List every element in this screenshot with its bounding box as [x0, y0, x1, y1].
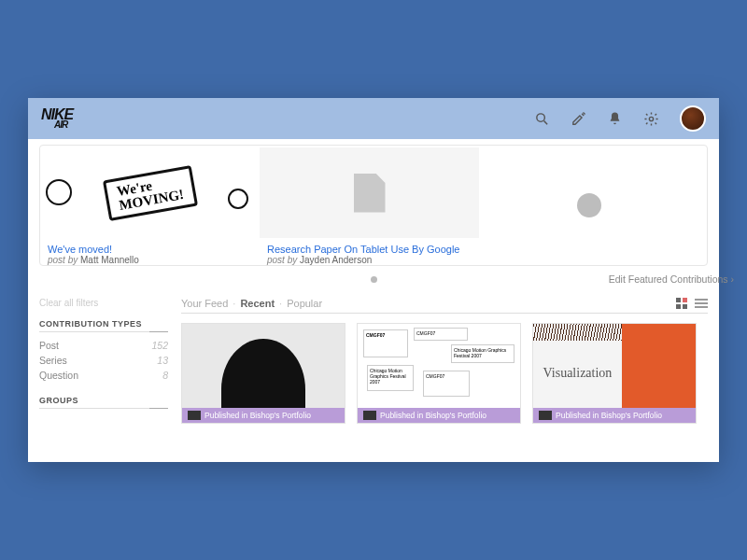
- card-footer-text: Published in Bishop's Portfolio: [380, 411, 486, 420]
- filter-series[interactable]: Series13: [39, 353, 168, 368]
- list-view-icon[interactable]: [695, 299, 708, 308]
- featured-title: Research Paper On Tablet Use By Google: [267, 244, 472, 255]
- sidebar-heading: GROUPS: [39, 396, 168, 409]
- svg-line-2: [582, 113, 584, 115]
- gear-icon[interactable]: [643, 111, 659, 127]
- card-footer-text: Published in Bishop's Portfolio: [204, 411, 311, 420]
- featured-item[interactable]: [479, 146, 698, 265]
- document-icon: [354, 174, 386, 213]
- featured-byline: post by Matt Mannello: [48, 255, 252, 265]
- tab-popular[interactable]: Popular: [287, 298, 322, 309]
- search-icon[interactable]: [534, 111, 550, 127]
- card-footer-text: Published in Bishop's Portfolio: [556, 411, 662, 420]
- bell-icon[interactable]: [607, 111, 623, 127]
- svg-line-3: [583, 112, 585, 114]
- sidebar-heading: CONTRIBUTION TYPES: [39, 319, 168, 332]
- placeholder-icon: [577, 193, 601, 217]
- feed-card[interactable]: Published in Bishop's Portfolio: [181, 323, 345, 424]
- filter-post[interactable]: Post152: [39, 338, 168, 353]
- featured-title: We've moved!: [48, 244, 252, 255]
- edit-featured-link[interactable]: Edit Featured Contributions ›: [609, 273, 719, 285]
- avatar[interactable]: [680, 105, 706, 132]
- svg-line-1: [544, 120, 548, 124]
- tab-recent[interactable]: Recent: [240, 298, 275, 309]
- logo: NIKE AIR: [41, 108, 73, 129]
- tab-your-feed[interactable]: Your Feed: [181, 298, 228, 309]
- featured-carousel: We're MOVING! We've moved! post by Matt …: [39, 145, 708, 266]
- grid-view-icon[interactable]: [676, 298, 687, 309]
- feed-card[interactable]: CMGF07 CMGF07 Chicago Motion Graphics Fe…: [357, 323, 521, 424]
- compose-icon[interactable]: [571, 111, 586, 127]
- carousel-pagination: [39, 266, 708, 288]
- svg-point-0: [537, 113, 545, 120]
- feed-card[interactable]: Visualization Published in Bishop's Port…: [532, 323, 697, 424]
- featured-item[interactable]: We're MOVING! We've moved! post by Matt …: [40, 146, 260, 265]
- clear-filters[interactable]: Clear all filters: [39, 298, 168, 308]
- featured-item[interactable]: Research Paper On Tablet Use By Google p…: [260, 146, 479, 265]
- pagination-dot[interactable]: [371, 276, 377, 283]
- featured-byline: post by Jayden Anderson: [267, 255, 472, 265]
- filter-question[interactable]: Question8: [39, 368, 168, 383]
- svg-point-4: [649, 117, 653, 120]
